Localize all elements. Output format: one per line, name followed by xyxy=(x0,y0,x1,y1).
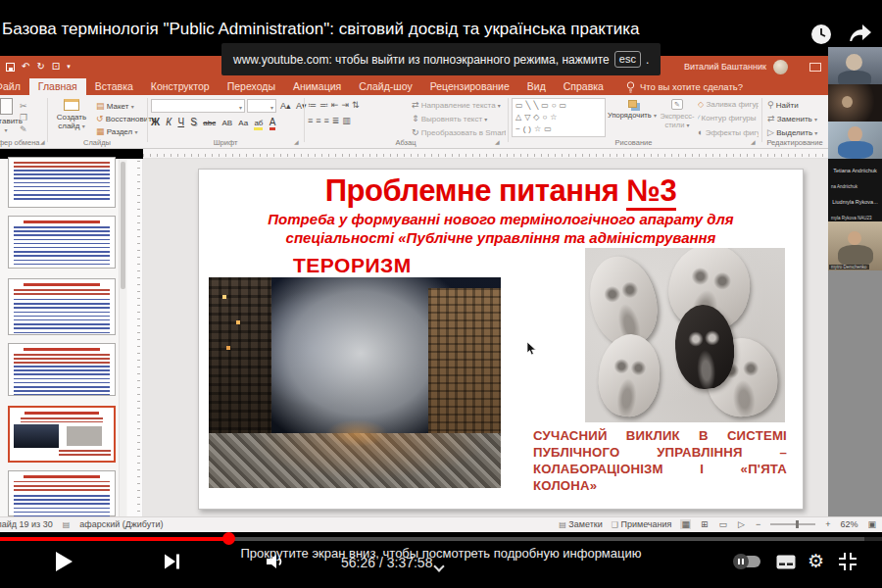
participant-name-tag: mytro Demchenko xyxy=(829,265,869,270)
slide-sorter-view-icon[interactable]: ⊞ xyxy=(700,519,710,529)
shape-fill-button[interactable]: ◇ Заливка фигуры xyxy=(698,100,759,109)
section-button[interactable]: ▦ Раздел ▾ xyxy=(96,126,137,136)
tab-home[interactable]: Главная xyxy=(29,78,86,95)
participant-shoulders xyxy=(838,141,873,159)
redo-icon[interactable]: ↻ xyxy=(36,61,44,73)
quick-access-toolbar: ↶ ↻ ⊡ ▾ xyxy=(6,61,71,73)
tab-file[interactable]: Файл xyxy=(0,78,29,95)
participant-name-tile[interactable]: Tetiana Andriichuk na Andriichuk xyxy=(828,159,882,190)
slideshow-view-icon[interactable]: ▷ xyxy=(737,519,746,529)
start-presentation-icon[interactable]: ⊡ xyxy=(52,61,60,73)
font-size-combo[interactable]: ▾ xyxy=(247,99,276,113)
exit-fullscreen-icon[interactable] xyxy=(838,552,858,575)
find-button[interactable]: ⚲ Найти xyxy=(767,100,799,110)
align-text-button[interactable]: ⇕ Выровнять текст ▾ xyxy=(412,114,487,123)
bold-button[interactable]: Ж xyxy=(151,117,160,127)
qat-customize-caret[interactable]: ▾ xyxy=(67,61,71,73)
tab-insert[interactable]: Вставка xyxy=(86,78,142,95)
drawing-dialog-launcher[interactable]: ◢ xyxy=(751,138,756,145)
tab-review[interactable]: Рецензирование xyxy=(421,78,518,95)
mask-shape xyxy=(595,331,663,419)
notes-button[interactable]: ▤ Заметки xyxy=(559,519,603,529)
replace-button[interactable]: ⇄ Заменить ▾ xyxy=(767,114,817,123)
font-name-combo[interactable]: ▾ xyxy=(151,99,245,113)
spellcheck-icon[interactable]: ▤ xyxy=(63,520,71,529)
participant-video-tile[interactable]: mytro Demchenko xyxy=(828,221,882,270)
youtube-fullscreen-player: Базова термінологія "Public Administrati… xyxy=(0,0,882,588)
grow-font-icon[interactable]: А▴ xyxy=(280,101,291,111)
lit-windows xyxy=(222,295,226,299)
select-button[interactable]: ▷ Выделить ▾ xyxy=(767,127,817,137)
participant-video-tile[interactable] xyxy=(828,47,882,84)
character-spacing-button[interactable]: АВ xyxy=(221,119,232,127)
slide-thumbnail[interactable] xyxy=(8,157,116,208)
font-color-button[interactable]: А xyxy=(270,117,276,130)
cut-icon[interactable]: ✂ xyxy=(20,101,27,111)
vertical-ruler xyxy=(127,159,143,516)
slide-thumbnail[interactable] xyxy=(8,343,116,396)
save-icon[interactable] xyxy=(6,63,15,72)
highlight-color-button[interactable]: аб xyxy=(254,119,263,130)
shape-outline-button[interactable]: ∕ Контур фигуры xyxy=(698,114,759,122)
normal-view-icon[interactable]: ▦ xyxy=(680,519,691,529)
zoom-in-icon[interactable]: + xyxy=(824,519,831,529)
slide-thumbnail[interactable] xyxy=(8,278,116,335)
paragraph-dialog-launcher[interactable]: ◢ xyxy=(495,138,500,145)
clipboard-dialog-launcher[interactable]: ◢ xyxy=(40,138,45,145)
new-slide-button[interactable]: Создать слайд ▾ xyxy=(51,99,92,130)
underline-button[interactable]: Ч xyxy=(177,117,184,127)
tab-transitions[interactable]: Переходы xyxy=(219,78,284,95)
zoom-level[interactable]: 62% xyxy=(840,519,858,529)
settings-gear-icon[interactable]: ⚙ xyxy=(808,550,824,572)
language-indicator[interactable]: афарский (Джибути) xyxy=(79,519,163,529)
alignment-icons[interactable]: ≡≡≡≣▥ xyxy=(308,116,354,125)
subtitles-icon[interactable] xyxy=(776,555,796,573)
arrange-button[interactable]: Упорядочить ▾ xyxy=(608,99,657,120)
layout-button[interactable]: ▤ Макет ▾ xyxy=(96,101,134,111)
text-shadow-button[interactable]: S xyxy=(190,117,197,127)
undo-icon[interactable]: ↶ xyxy=(22,61,29,73)
shape-effects-button[interactable]: ◐ Эффекты фигуры xyxy=(698,127,759,137)
participant-name-tile[interactable]: Liudmyla Rykova... myla Rykova NAU23 xyxy=(828,190,882,221)
progress-playhead[interactable] xyxy=(222,532,235,545)
change-case-button[interactable]: Аа xyxy=(238,119,248,127)
tab-design[interactable]: Конструктор xyxy=(142,78,219,95)
slide-19[interactable]: Проблемне питання №3 Потреба у формуванн… xyxy=(198,169,804,510)
tab-help[interactable]: Справка xyxy=(555,78,612,95)
italic-button[interactable]: К xyxy=(166,117,172,127)
format-painter-icon[interactable]: ✎ xyxy=(20,124,27,134)
ribbon-display-options-icon[interactable] xyxy=(809,63,821,72)
fit-to-window-icon[interactable]: ▣ xyxy=(866,519,877,529)
list-indent-icons[interactable]: ≔≕⇤⇥⇅ xyxy=(308,100,363,110)
quick-styles-button[interactable]: ✎ Экспресс- стили ▾ xyxy=(659,99,696,129)
font-toggle-row: Ж К Ч S abc АВ Аа аб А xyxy=(151,117,279,130)
zoom-out-icon[interactable]: − xyxy=(755,519,761,529)
shapes-gallery[interactable]: ▭╲╲▭○▭△▽◇○☆~()☆▭ xyxy=(512,98,606,137)
destroyed-building-photo xyxy=(209,277,501,488)
slide-thumbnail-panel xyxy=(0,159,127,516)
tab-view[interactable]: Вид xyxy=(518,78,555,95)
avatar[interactable] xyxy=(773,60,788,74)
terrorism-heading: ТЕРОРИЗМ xyxy=(293,254,412,277)
font-dialog-launcher[interactable]: ◢ xyxy=(294,138,299,145)
zoom-slider[interactable] xyxy=(770,523,815,525)
smartart-convert-button[interactable]: ↻ Преобразовать в SmartArt xyxy=(412,127,506,137)
autoplay-toggle[interactable] xyxy=(735,556,760,567)
tell-me-search[interactable]: Что вы хотите сделать? xyxy=(626,78,743,95)
slide-thumbnail[interactable] xyxy=(8,470,116,516)
participant-video-tile[interactable] xyxy=(828,122,882,159)
tab-animations[interactable]: Анимация xyxy=(284,78,350,95)
comments-button[interactable]: ❑ Примечания xyxy=(612,519,672,529)
participant-video-tile[interactable] xyxy=(828,84,882,122)
account-name[interactable]: Виталий Баштанник xyxy=(684,62,766,72)
text-direction-button[interactable]: ⇄ Направление текста ▾ xyxy=(412,100,501,110)
strikethrough-button[interactable]: abc xyxy=(203,119,216,127)
slide-thumbnail-current[interactable] xyxy=(8,406,116,463)
slide-thumbnail[interactable] xyxy=(8,216,116,269)
copy-icon[interactable]: ❐ xyxy=(20,113,27,122)
tab-slideshow[interactable]: Слайд-шоу xyxy=(350,78,420,95)
participant-shoulders xyxy=(838,245,873,267)
video-title: Базова термінологія "Public Administrati… xyxy=(2,20,825,39)
thumbnail-scrollbar[interactable] xyxy=(119,159,126,516)
reading-view-icon[interactable]: ▭ xyxy=(718,519,729,529)
